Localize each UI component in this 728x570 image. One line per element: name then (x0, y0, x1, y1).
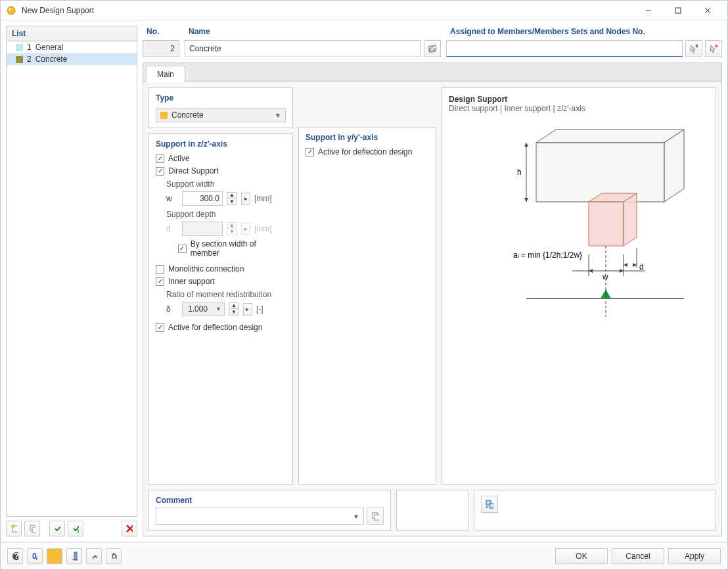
chevron-down-icon: ▼ (353, 513, 359, 520)
tool-button-2[interactable] (86, 548, 102, 564)
maximize-button[interactable] (663, 1, 693, 20)
assigned-input[interactable] (446, 40, 683, 57)
support-z-header: Support in z/z'-axis (156, 139, 286, 149)
ok-button[interactable]: OK (555, 548, 608, 564)
depth-step-button: ▸ (241, 223, 250, 235)
support-diagram: h aᵢ = min {1/2h;1/2w} (467, 120, 691, 323)
list-header: List (7, 26, 137, 41)
svg-rect-3 (675, 8, 681, 13)
svg-rect-9 (78, 530, 79, 533)
new-button[interactable] (6, 521, 22, 536)
comment-lib-button[interactable] (367, 508, 384, 525)
depth-unit: [mm] (254, 224, 272, 233)
svg-rect-30 (489, 504, 493, 508)
list-item-label: General (35, 43, 64, 52)
tab-main[interactable]: Main (146, 66, 185, 82)
window-title: New Design Support (22, 6, 633, 15)
inner-support-checkbox[interactable]: Inner support (156, 277, 286, 286)
pick-button-2[interactable] (705, 40, 722, 57)
assigned-label: Assigned to Members/Members Sets and Nod… (446, 26, 722, 37)
diagram-subtitle: Direct support | Inner support | z/z'-ax… (449, 104, 709, 113)
tool-button-1[interactable] (66, 548, 82, 564)
svg-text:fx: fx (112, 552, 117, 561)
preview-settings-button[interactable] (481, 496, 498, 513)
width-input[interactable] (182, 191, 223, 206)
ratio-unit: [-] (256, 304, 263, 314)
support-y-header: Support in y/y'-axis (306, 133, 429, 142)
chevron-down-icon: ▼ (275, 112, 281, 119)
delete-button[interactable] (122, 521, 137, 536)
list-item-num: 2 (27, 55, 32, 64)
comment-header: Comment (156, 496, 384, 505)
tool-button-3[interactable]: fx (106, 548, 122, 564)
check-button-2[interactable] (68, 521, 83, 536)
ratio-value[interactable]: 1.000 (183, 302, 213, 316)
minimize-button[interactable] (633, 1, 663, 20)
title-bar: New Design Support (1, 1, 727, 20)
apply-button[interactable]: Apply (668, 548, 721, 564)
no-label: No. (143, 26, 179, 37)
units-button[interactable]: 0,00 (27, 548, 43, 564)
list-item-general[interactable]: 1 General (7, 41, 137, 53)
svg-text:h: h (517, 168, 522, 177)
by-section-checkbox[interactable]: By section width of member (166, 239, 286, 258)
depth-spinner: ▲▼ (227, 222, 237, 235)
svg-point-1 (9, 8, 11, 10)
help-button[interactable]: ? (7, 548, 23, 564)
side-panel-1 (396, 490, 468, 531)
list-item-num: 1 (27, 43, 32, 52)
svg-rect-28 (375, 515, 379, 520)
svg-text:w: w (602, 272, 608, 281)
width-var: w (166, 194, 178, 203)
depth-var: d (166, 224, 178, 233)
color-swatch (16, 56, 23, 63)
active-checkbox[interactable]: Active (156, 154, 286, 163)
type-dropdown[interactable]: Concrete ▼ (156, 108, 286, 122)
monolithic-checkbox[interactable]: Monolithic connection (156, 264, 286, 273)
width-spinner[interactable]: ▲▼ (227, 192, 237, 205)
ratio-step-button[interactable]: ▸ (243, 303, 252, 316)
support-width-label: Support width (166, 179, 286, 189)
cancel-button[interactable]: Cancel (612, 548, 664, 564)
width-step-button[interactable]: ▸ (241, 193, 250, 205)
ratio-var: δ (166, 304, 178, 314)
type-value: Concrete (171, 110, 271, 120)
close-button[interactable] (693, 1, 722, 20)
type-header: Type (156, 93, 286, 103)
color-swatch (16, 44, 23, 51)
pick-button-1[interactable] (685, 40, 702, 57)
diagram-title: Design Support (449, 95, 709, 104)
svg-rect-35 (74, 552, 77, 560)
app-icon (6, 5, 16, 16)
copy-button[interactable] (24, 521, 40, 536)
ratio-label: Ratio of moment redistribution (166, 290, 286, 299)
svg-text:?: ? (14, 552, 18, 561)
svg-point-0 (7, 7, 15, 14)
width-unit: [mm] (254, 194, 272, 203)
color-button[interactable] (47, 548, 62, 564)
svg-point-13 (696, 45, 698, 47)
no-input[interactable]: 2 (143, 40, 179, 57)
depth-input (182, 222, 223, 236)
svg-rect-8 (32, 527, 35, 533)
direct-support-checkbox[interactable]: Direct Support (156, 166, 286, 176)
support-depth-label: Support depth (166, 210, 286, 219)
check-button-1[interactable] (49, 521, 65, 536)
svg-point-37 (95, 555, 97, 557)
svg-text:,00: ,00 (35, 552, 38, 561)
svg-text:aᵢ = min {1/2h;1/2w}: aᵢ = min {1/2h;1/2w} (513, 250, 582, 260)
name-edit-button[interactable] (424, 40, 441, 57)
list-item-concrete[interactable]: 2 Concrete (7, 53, 137, 65)
comment-dropdown[interactable]: ▼ (156, 508, 364, 525)
svg-text:d: d (639, 262, 644, 272)
type-color-swatch (160, 112, 168, 119)
name-input[interactable] (185, 40, 421, 57)
ratio-spinner[interactable]: ▲▼ (229, 302, 239, 316)
list-panel: List 1 General 2 Concrete (6, 26, 137, 517)
deflection-y-checkbox[interactable]: Active for deflection design (306, 147, 429, 156)
deflection-z-checkbox[interactable]: Active for deflection design (156, 323, 286, 332)
chevron-down-icon[interactable]: ▼ (213, 306, 224, 312)
list-item-label: Concrete (35, 55, 68, 64)
name-label: Name (185, 26, 441, 37)
